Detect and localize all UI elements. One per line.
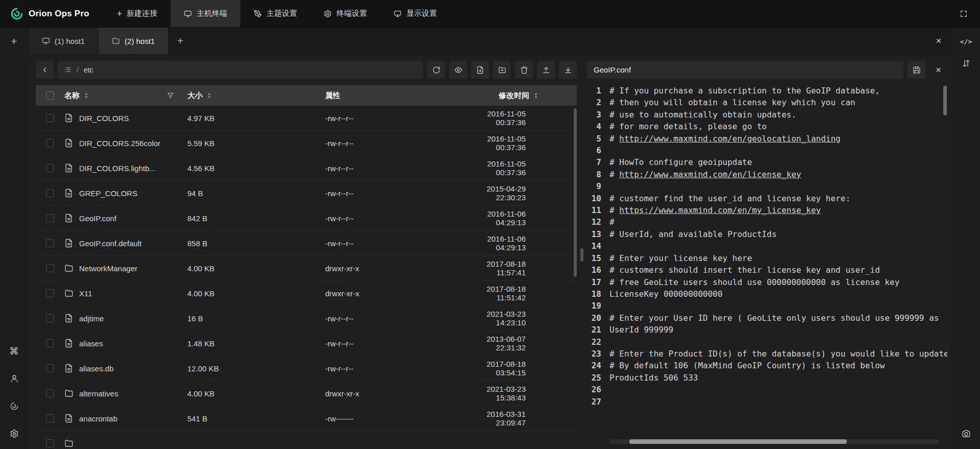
screenshot-button[interactable] <box>957 424 975 443</box>
tab-host1-terminal[interactable]: (1) host1 <box>29 28 99 54</box>
delete-button[interactable] <box>515 61 533 79</box>
file-mtime: 2021-03-23 15:38:43 <box>480 385 577 402</box>
nav-item-label: 新建连接 <box>127 9 157 18</box>
tab-host1-files[interactable]: (2) host1 <box>99 28 168 54</box>
editor-toggle-button[interactable]: </> <box>957 32 975 51</box>
download-icon <box>564 66 572 74</box>
code-line: 22 <box>587 336 947 348</box>
path-segment-etc[interactable]: etc <box>84 66 93 74</box>
editor-vertical-scrollbar[interactable] <box>943 86 947 115</box>
line-number: 27 <box>587 396 609 408</box>
folder-plus-icon <box>498 66 506 74</box>
eye-icon <box>454 66 462 74</box>
nav-item-new-connection[interactable]: + 新建连接 <box>104 0 171 27</box>
table-row[interactable]: DIR_COLORS.lightb...4.56 KB-rw-r--r--201… <box>36 156 577 181</box>
new-folder-button[interactable] <box>493 61 511 79</box>
table-row[interactable]: aliases1.48 KB-rw-r--r--2013-06-07 22:31… <box>36 331 577 356</box>
header-checkbox[interactable] <box>46 91 54 100</box>
editor-horizontal-scrollbar[interactable] <box>609 439 939 444</box>
download-button[interactable] <box>559 61 577 79</box>
breadcrumb[interactable]: / etc <box>58 61 423 79</box>
split-divider[interactable] <box>577 61 587 449</box>
table-row[interactable]: X114.00 KBdrwxr-xr-x2017-08-18 11:51:42 <box>36 281 577 306</box>
file-attrs: -rw-r--r-- <box>325 339 480 348</box>
nav-item-theme-settings[interactable]: 主题设置 <box>240 0 310 27</box>
back-button[interactable] <box>36 61 54 79</box>
table-row[interactable]: GeoIP.conf.default858 B-rw-r--r--2016-11… <box>36 231 577 256</box>
refresh-button[interactable] <box>427 61 445 79</box>
row-checkbox[interactable] <box>46 389 54 397</box>
line-number: 4 <box>587 121 609 132</box>
nav-item-terminal-settings[interactable]: 终端设置 <box>310 0 380 27</box>
nav-item-host-terminal[interactable]: 主机终端 <box>170 0 240 27</box>
new-tab-button[interactable]: + <box>168 28 192 54</box>
table-row[interactable]: GeoIP.conf842 B-rw-r--r--2016-11-06 04:2… <box>36 206 577 231</box>
file-icon <box>64 314 74 323</box>
row-checkbox[interactable] <box>46 314 54 322</box>
row-checkbox[interactable] <box>46 139 54 147</box>
file-mtime: 2017-08-18 11:51:42 <box>480 285 577 302</box>
file-mtime: 2016-11-05 00:37:36 <box>480 109 577 127</box>
file-size: 4.00 KB <box>187 264 325 273</box>
save-button[interactable] <box>908 61 925 79</box>
navbar-spacer <box>450 0 947 27</box>
filter-icon[interactable] <box>167 92 174 99</box>
table-row[interactable]: NetworkManager4.00 KBdrwxr-xr-x2017-08-1… <box>36 256 577 281</box>
sort-mtime-icon[interactable]: ▲▼ <box>534 92 538 99</box>
command-palette-button[interactable]: ⌘ <box>5 342 23 360</box>
row-checkbox[interactable] <box>46 339 54 347</box>
chevron-left-icon <box>41 66 49 74</box>
row-checkbox[interactable] <box>46 414 54 422</box>
row-checkbox[interactable] <box>46 189 54 197</box>
nav-item-display-settings[interactable]: 显示设置 <box>380 0 450 27</box>
new-file-button[interactable] <box>471 61 489 79</box>
filename-display[interactable]: GeoIP.conf <box>587 61 903 79</box>
code-editor[interactable]: 1# If you purchase a subscription to the… <box>587 85 947 449</box>
table-row[interactable]: adjtime16 B-rw-r--r--2021-03-23 14:23:10 <box>36 306 577 331</box>
file-mtime: 2016-11-06 04:29:13 <box>480 234 577 252</box>
row-checkbox[interactable] <box>46 289 54 297</box>
editor-horizontal-scrollbar-thumb[interactable] <box>629 439 847 444</box>
divider-handle[interactable] <box>580 248 583 262</box>
table-row[interactable]: DIR_COLORS.256color5.59 KB-rw-r--r--2016… <box>36 131 577 156</box>
column-attrs: 属性 <box>325 91 340 100</box>
file-size: 4.00 KB <box>187 389 325 398</box>
add-connection-button[interactable]: + <box>5 32 23 50</box>
line-number: 20 <box>587 312 609 324</box>
row-checkbox[interactable] <box>46 214 54 222</box>
file-attrs: -rw-r--r-- <box>325 314 480 323</box>
theme-toggle-button[interactable] <box>5 397 23 415</box>
row-checkbox[interactable] <box>46 239 54 247</box>
row-checkbox[interactable] <box>46 164 54 172</box>
file-icon <box>64 239 74 248</box>
users-button[interactable] <box>5 369 23 388</box>
code-link[interactable]: http://www.maxmind.com/en/license_key <box>619 170 801 179</box>
sort-size-icon[interactable]: ▲▼ <box>207 92 211 99</box>
preview-button[interactable] <box>449 61 467 79</box>
code-link[interactable]: http://www.maxmind.com/en/geolocation_la… <box>619 134 840 144</box>
row-checkbox[interactable] <box>46 439 54 447</box>
table-row[interactable]: alternatives4.00 KBdrwxr-xr-x2021-03-23 … <box>36 381 577 406</box>
row-checkbox[interactable] <box>46 264 54 272</box>
code-link[interactable]: https://www.maxmind.com/en/my_license_ke… <box>619 205 821 215</box>
pen-icon <box>254 10 262 18</box>
upload-button[interactable] <box>537 61 555 79</box>
table-row[interactable] <box>36 431 577 449</box>
file-attrs: -rw-r--r-- <box>325 364 480 373</box>
settings-button[interactable] <box>5 424 23 443</box>
sort-name-icon[interactable]: ▲▼ <box>84 92 88 99</box>
table-row[interactable]: DIR_COLORS4.97 KB-rw-r--r--2016-11-05 00… <box>36 106 577 131</box>
file-manager-toolbar: / etc <box>36 61 577 79</box>
close-editor-button[interactable]: × <box>929 61 947 79</box>
line-number: 1 <box>587 85 609 97</box>
close-tabs-button[interactable]: × <box>926 28 951 54</box>
table-row[interactable]: anacrontab541 B-rw-------2016-03-31 23:0… <box>36 406 577 431</box>
row-checkbox[interactable] <box>46 114 54 122</box>
table-row[interactable]: GREP_COLORS94 B-rw-r--r--2015-04-29 22:3… <box>36 181 577 206</box>
fullscreen-button[interactable] <box>947 0 980 27</box>
sort-toggle-button[interactable] <box>957 54 975 73</box>
table-row[interactable]: aliases.db12.00 KB-rw-r--r--2017-08-18 0… <box>36 356 577 381</box>
file-name: adjtime <box>79 314 104 323</box>
row-checkbox[interactable] <box>46 364 54 372</box>
code-lines: 1# If you purchase a subscription to the… <box>587 85 947 408</box>
